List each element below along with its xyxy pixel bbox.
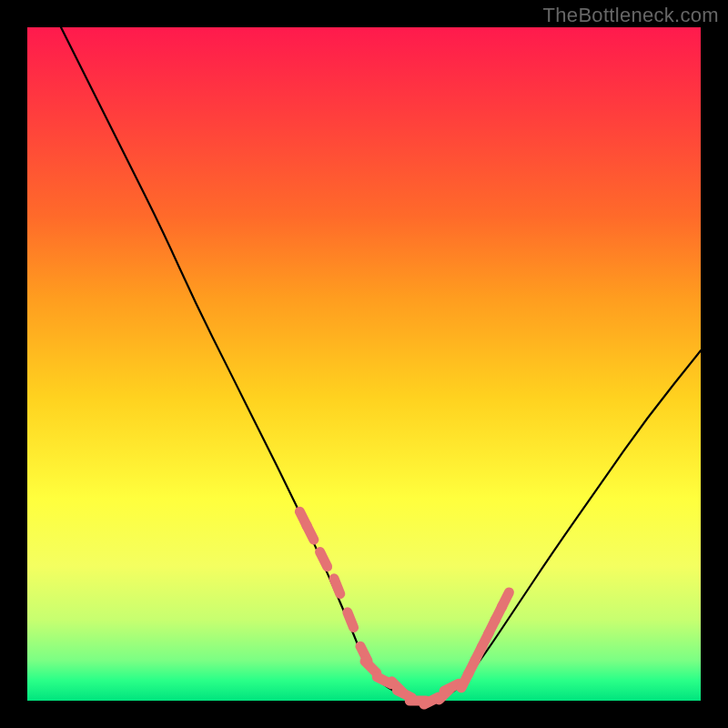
marker-dash (501, 592, 509, 607)
bottleneck-curve (61, 27, 701, 701)
marker-dash (334, 579, 340, 594)
marker-dash (348, 612, 354, 628)
marker-dash (320, 552, 328, 567)
marker-dash (365, 662, 377, 673)
highlight-markers (299, 511, 509, 704)
marker-dash (307, 525, 314, 540)
plot-area (27, 27, 701, 701)
attribution-text: TheBottleneck.com (543, 4, 719, 27)
chart-frame: TheBottleneck.com (0, 0, 728, 728)
curve-svg (27, 27, 701, 701)
